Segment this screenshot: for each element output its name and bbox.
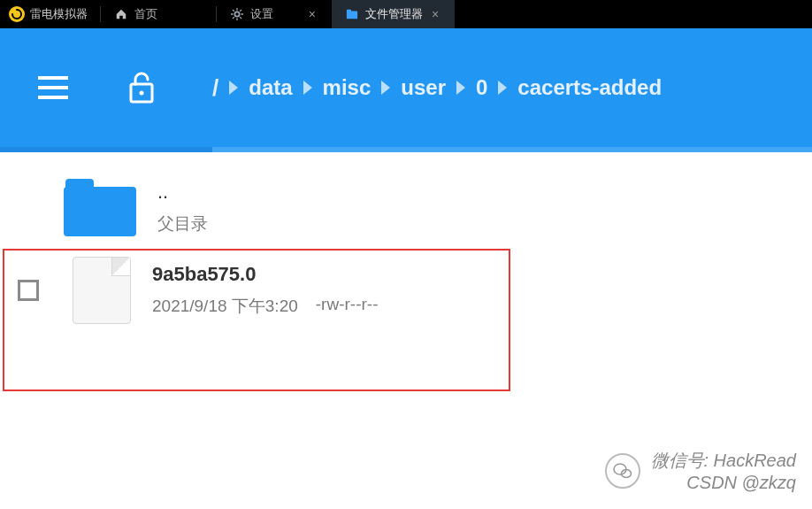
tab-label: 首页 [134,6,157,22]
tab-label: 文件管理器 [365,6,423,22]
breadcrumb-segment[interactable]: cacerts-added [517,75,662,100]
file-row[interactable]: 9a5ba575.0 2021/9/18 下午3:20 -rw-r--r-- [0,248,812,335]
menu-button[interactable] [35,70,71,105]
file-date: 2021/9/18 下午3:20 [152,295,298,318]
chevron-right-icon [227,79,240,96]
file-manager-toolbar: / data misc user 0 cacerts-added [0,28,812,152]
chevron-right-icon [379,79,392,96]
file-permissions: -rw-r--r-- [316,295,379,318]
app-logo-icon [9,6,25,22]
parent-label: 父目录 [157,212,208,235]
watermark-line2: CSDN @zkzq [651,473,797,493]
watermark: 微信号: HackRead CSDN @zkzq [605,449,797,493]
svg-point-4 [140,91,144,96]
app-name: 雷电模拟器 [30,6,88,22]
chevron-right-icon [455,79,467,96]
unlock-button[interactable] [124,70,159,105]
close-icon[interactable]: × [430,7,440,21]
chevron-right-icon [496,79,509,96]
emulator-title-bar: 雷电模拟器 首页 设置 × 文件管理器 × [0,0,812,28]
parent-dots: .. [157,181,208,204]
breadcrumb-segment[interactable]: misc [323,75,372,100]
parent-directory-row[interactable]: .. 父目录 [0,170,812,248]
svg-rect-1 [347,12,357,19]
close-icon[interactable]: × [307,7,318,21]
svg-rect-2 [347,10,351,12]
wechat-icon [605,453,640,489]
folder-icon [64,179,136,237]
breadcrumb-segment[interactable]: data [249,75,292,100]
file-icon [73,257,131,324]
tab-home[interactable]: 首页 [101,0,216,28]
tab-label: 设置 [250,6,273,22]
tab-settings[interactable]: 设置 × [217,0,332,28]
watermark-line1: 微信号: HackRead [651,449,797,473]
chevron-right-icon [302,79,314,96]
toolbar-underline [0,147,812,152]
gear-icon [231,8,243,20]
tab-strip: 首页 设置 × 文件管理器 × [100,0,455,28]
file-checkbox[interactable] [18,280,39,301]
breadcrumb: / data misc user 0 cacerts-added [212,74,662,102]
breadcrumb-segment[interactable]: 0 [476,75,487,100]
home-icon [115,8,127,20]
tab-file-manager[interactable]: 文件管理器 × [332,0,455,28]
breadcrumb-root[interactable]: / [212,74,218,102]
file-name: 9a5ba575.0 [152,263,378,286]
app-logo: 雷电模拟器 [0,6,96,22]
breadcrumb-segment[interactable]: user [401,75,446,100]
folder-icon [346,8,358,20]
svg-point-0 [234,12,239,16]
file-list: .. 父目录 9a5ba575.0 2021/9/18 下午3:20 -rw-r… [0,152,812,335]
